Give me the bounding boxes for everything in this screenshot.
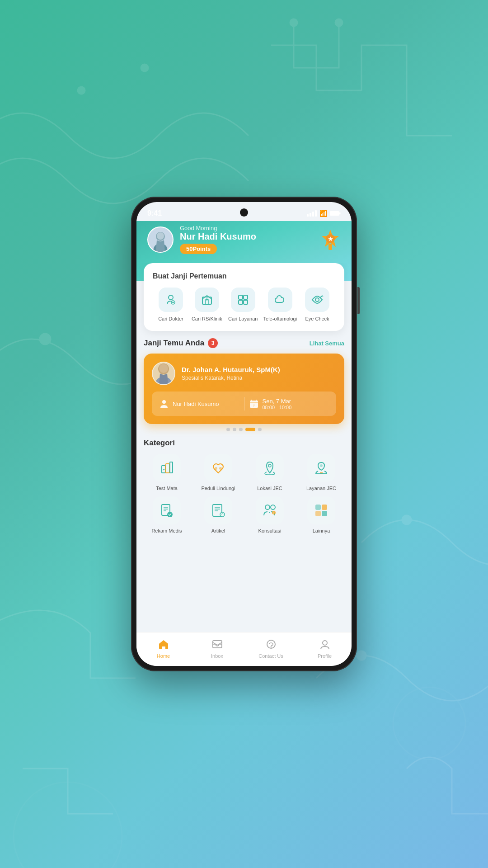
cari-dokter-icon-wrap (159, 288, 183, 312)
user-info: Good Morning Nur Hadi Kusumo 50Points (180, 225, 314, 254)
appointment-card[interactable]: Dr. Johan A. Hutauruk, SpM(K) Spesialis … (144, 354, 344, 424)
appt-day: Sen, 7 Mar (263, 398, 292, 405)
appointment-time: 7 Sen, 7 Mar 08:00 - 10:00 (249, 398, 329, 410)
contact-icon (264, 637, 278, 651)
svg-point-56 (271, 505, 275, 509)
tele-icon-wrap (268, 288, 292, 312)
rekam-icon (159, 503, 174, 518)
svg-point-12 (157, 232, 164, 240)
svg-point-1 (141, 64, 148, 71)
action-cari-layanan[interactable]: Cari Layanan (227, 288, 259, 322)
kategori-layanan[interactable]: Layanan JEC (298, 454, 344, 491)
user-avatar (147, 226, 174, 253)
dot-5[interactable] (258, 428, 262, 431)
inbox-nav-label: Inbox (211, 653, 223, 659)
svg-rect-9 (330, 211, 339, 216)
peduli-icon (211, 460, 226, 476)
eye-check-icon-wrap (305, 288, 329, 312)
kategori-konsultasi[interactable]: ! Konsultasi (247, 496, 293, 533)
dot-4-active[interactable] (245, 428, 255, 431)
wifi-icon: 📶 (319, 210, 327, 217)
kategori-peduli[interactable]: Peduli Lindungi (195, 454, 241, 491)
svg-point-6 (357, 651, 366, 660)
eye-check-label: Eye Check (305, 316, 329, 322)
points-badge[interactable]: 50Points (180, 244, 217, 254)
contact-nav-label: Contact Us (258, 653, 283, 659)
quick-actions-grid: Cari Dokter C (153, 288, 335, 322)
artikel-icon-wrap (204, 496, 232, 524)
inbox-icon (210, 637, 225, 651)
kategori-rekam[interactable]: Rekam Medis (144, 496, 190, 533)
home-nav-label: Home (157, 653, 170, 659)
nav-profile[interactable]: Profile (309, 637, 341, 659)
patient-name: Nur Hadi Kusumo (173, 401, 219, 407)
kategori-test-mata[interactable]: Test Mata (144, 454, 190, 491)
lokasi-label: Lokasi JEC (257, 486, 282, 491)
svg-rect-39 (166, 464, 169, 473)
doctor-name: Dr. Johan A. Hutauruk, SpM(K) (182, 366, 280, 373)
cari-layanan-icon-wrap (231, 288, 255, 312)
signal-icon (307, 210, 317, 217)
artikel-icon (211, 503, 226, 518)
svg-point-29 (315, 298, 319, 302)
doctor-icon (164, 293, 177, 306)
svg-point-66 (323, 641, 327, 645)
profile-nav-label: Profile (318, 653, 332, 659)
svg-rect-10 (339, 212, 341, 215)
svg-rect-62 (322, 511, 327, 516)
dot-2[interactable] (233, 428, 236, 431)
phone-frame: 9:41 📶 (131, 197, 357, 671)
action-tele[interactable]: Tele-oftamologi (263, 288, 297, 322)
svg-rect-38 (162, 466, 165, 473)
svg-point-31 (159, 364, 168, 373)
quick-actions-title: Buat Janji Pertemuan (153, 272, 335, 280)
bottom-navigation: Home Inbox (136, 632, 352, 666)
svg-point-54 (220, 512, 225, 517)
test-mata-icon-wrap (153, 454, 181, 482)
svg-point-4 (40, 334, 51, 344)
see-all-button[interactable]: Lihat Semua (310, 340, 344, 347)
nav-contact[interactable]: Contact Us (255, 637, 287, 659)
svg-text:!: ! (273, 512, 274, 514)
dot-3[interactable] (239, 428, 243, 431)
svg-point-43 (268, 464, 271, 467)
lokasi-icon (262, 460, 277, 476)
test-mata-icon (159, 460, 174, 476)
konsultasi-label: Konsultasi (258, 528, 282, 533)
svg-point-32 (162, 400, 166, 404)
status-icons: 📶 (307, 210, 341, 217)
hospital-icon (201, 293, 213, 306)
lainnya-label: Lainnya (313, 528, 330, 533)
peduli-label: Peduli Lindungi (201, 486, 235, 491)
action-cari-dokter[interactable]: Cari Dokter (155, 288, 187, 322)
action-cari-rs[interactable]: Cari RS/Klinik (191, 288, 223, 322)
appt-time-range: 08:00 - 10:00 (263, 405, 292, 410)
appointment-patient: Nur Hadi Kusumo (159, 399, 239, 409)
dot-1[interactable] (226, 428, 230, 431)
kategori-artikel[interactable]: Artikel (195, 496, 241, 533)
svg-rect-16 (328, 244, 332, 250)
nav-inbox[interactable]: Inbox (202, 637, 233, 659)
main-content: Buat Janji Pertemuan (136, 263, 352, 632)
camera-notch (240, 208, 248, 217)
artikel-label: Artikel (211, 528, 225, 533)
kategori-lainnya[interactable]: Lainnya (298, 496, 344, 533)
points-value: 50 (186, 245, 192, 252)
medal-icon: ★ (320, 228, 341, 251)
svg-rect-25 (239, 295, 243, 299)
action-eye-check[interactable]: Eye Check (301, 288, 333, 322)
profile-nav-icon (318, 637, 332, 651)
carousel-dots (136, 428, 352, 431)
doctor-info: Dr. Johan A. Hutauruk, SpM(K) Spesialis … (152, 362, 336, 385)
appointments-title: Janji Temu Anda 3 (144, 338, 218, 348)
kategori-lokasi[interactable]: Lokasi JEC (247, 454, 293, 491)
nav-home[interactable]: Home (148, 637, 179, 659)
rekam-label: Rekam Medis (151, 528, 182, 533)
appointments-count: 3 (208, 338, 218, 348)
test-mata-label: Test Mata (156, 486, 178, 491)
svg-rect-28 (244, 300, 248, 304)
rekam-icon-wrap (153, 496, 181, 524)
svg-point-42 (219, 467, 222, 470)
points-label: Points (192, 245, 211, 252)
cari-dokter-label: Cari Dokter (158, 316, 183, 322)
